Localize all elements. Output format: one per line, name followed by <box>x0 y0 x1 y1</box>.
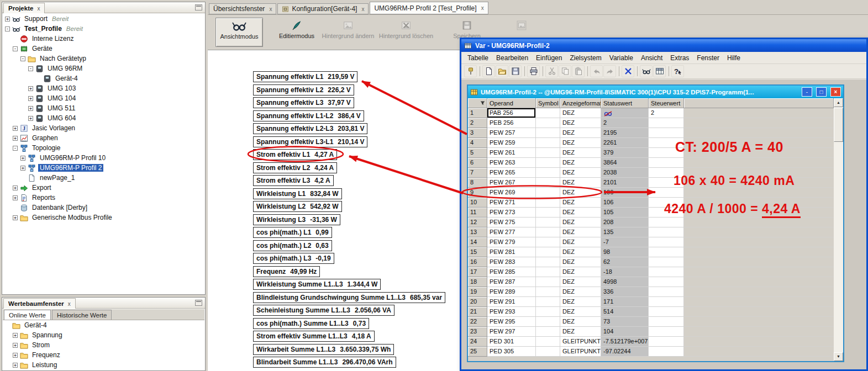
cell-operand[interactable]: PED 301 <box>487 337 536 347</box>
cell-status[interactable]: 2195 <box>601 128 649 138</box>
cell-format[interactable]: DEZ <box>560 158 601 168</box>
cell-symbol[interactable] <box>536 227 560 237</box>
cell-steuer[interactable] <box>649 267 684 277</box>
tree-item-nach-gerätetyp[interactable]: Nach Gerätetyp <box>38 55 88 62</box>
cell-status[interactable]: 73 <box>601 317 649 327</box>
menu-fenster[interactable]: Fenster <box>693 53 723 63</box>
cell-status[interactable]: 106 <box>601 198 649 208</box>
cell-status[interactable]: 4998 <box>601 277 649 287</box>
cell-steuer[interactable] <box>649 227 684 237</box>
tab-historische-werte[interactable]: Historische Werte <box>52 310 112 320</box>
close-button[interactable]: × <box>830 87 841 97</box>
cell-operand[interactable]: PEB 256 <box>487 118 536 128</box>
vat-titlebar[interactable]: UMG96RM-Profil-2 -- @UMG96-RM-Profil-8\S… <box>468 86 843 98</box>
cell-steuer[interactable] <box>649 247 684 257</box>
cell-status[interactable] <box>601 108 649 118</box>
menu-variable[interactable]: Variable <box>606 53 637 63</box>
cell-status[interactable]: 106 <box>601 188 649 198</box>
tab-close-icon[interactable]: x <box>269 6 272 12</box>
cell-operand[interactable]: PEW 257 <box>487 128 536 138</box>
row-number[interactable]: 6 <box>468 158 487 168</box>
help-button[interactable] <box>671 65 684 77</box>
value-box-spannung-effektiv-l1-l2[interactable]: Spannung effektiv L1-L2386,4 V <box>253 110 364 121</box>
tree-item-leistung[interactable]: Leistung <box>30 361 59 369</box>
delete-button[interactable] <box>622 65 634 77</box>
cell-steuer[interactable] <box>649 277 684 287</box>
value-box-strom-effektiv-summe-l1-l3[interactable]: Strom effektiv Summe L1..L34,18 A <box>253 331 375 342</box>
cell-status[interactable]: 514 <box>601 307 649 317</box>
panel-window-icon[interactable] <box>195 300 202 306</box>
panel-window-icon[interactable] <box>195 4 202 10</box>
open-button[interactable] <box>496 65 508 77</box>
cell-format[interactable]: DEZ <box>560 188 601 198</box>
row-number[interactable]: 2 <box>468 118 487 128</box>
cell-status[interactable]: 104 <box>601 327 649 337</box>
cell-symbol[interactable] <box>536 237 560 247</box>
modify-button[interactable] <box>653 65 666 77</box>
cell-format[interactable]: DEZ <box>560 128 601 138</box>
cell-format[interactable]: DEZ <box>560 178 601 188</box>
expander-minus-icon[interactable]: - <box>13 46 18 51</box>
cell-symbol[interactable] <box>536 297 560 307</box>
expander-minus-icon[interactable]: - <box>13 146 18 151</box>
tree-item-graphen[interactable]: Graphen <box>30 134 60 142</box>
tree-item-umg-104[interactable]: UMG 104 <box>46 94 77 102</box>
cell-format[interactable]: DEZ <box>560 227 601 237</box>
cell-status[interactable]: 2261 <box>601 138 649 148</box>
cell-operand[interactable]: PEW 293 <box>487 307 536 317</box>
tree-item-frequenz[interactable]: Frequenz <box>30 351 62 359</box>
cell-symbol[interactable] <box>536 108 560 118</box>
cell-operand[interactable]: PEW 273 <box>487 208 536 218</box>
cell-steuer[interactable] <box>649 168 684 178</box>
value-box-wirkleistung-l1[interactable]: Wirkleistung L1832,84 W <box>253 188 342 199</box>
copy-button[interactable] <box>559 65 571 77</box>
tree-item-geräte[interactable]: Geräte <box>30 45 54 52</box>
tab-umg96rm-p-profil-2-test-profile[interactable]: UMG96RM-P Profil 2 [Test_Profile]x <box>370 2 488 14</box>
value-box-strom-effektiv-l2[interactable]: Strom effektiv L24,24 A <box>253 162 337 173</box>
cell-steuer[interactable] <box>649 347 684 357</box>
scroll-down-icon[interactable]: ▼ <box>834 352 843 361</box>
tree-item-interne-lizenz[interactable]: Interne Lizenz <box>30 35 75 43</box>
cell-status[interactable]: 171 <box>601 297 649 307</box>
tree-item-umg96rm-p-profil-10[interactable]: UMG96RM-P Profil 10 <box>38 154 107 162</box>
cell-status[interactable]: -97.02244 <box>601 347 649 357</box>
cell-steuer[interactable] <box>649 307 684 317</box>
expander-plus-icon[interactable]: + <box>13 333 18 338</box>
row-number[interactable]: 9 <box>468 188 487 198</box>
value-box-frequenz[interactable]: Frequenz49,99 Hz <box>253 266 320 277</box>
cell-symbol[interactable] <box>536 158 560 168</box>
row-number[interactable]: 20 <box>468 297 487 307</box>
paste-button[interactable] <box>572 65 585 77</box>
cell-steuer[interactable] <box>649 158 684 168</box>
cell-operand[interactable]: PEW 275 <box>487 218 536 227</box>
cell-operand[interactable]: PEW 263 <box>487 158 536 168</box>
value-box-wirkarbeit-summe-l1-l3[interactable]: Wirkarbeit Summe L1..L33.650.339,75 Wh <box>253 344 394 355</box>
cell-operand[interactable]: PEW 283 <box>487 257 536 267</box>
expander-minus-icon[interactable]: - <box>28 66 33 71</box>
value-box-spannung-effektiv-l2[interactable]: Spannung effektiv L2226,2 V <box>253 84 354 96</box>
row-number[interactable]: 23 <box>468 327 487 337</box>
cell-operand[interactable]: PEW 261 <box>487 148 536 158</box>
expander-plus-icon[interactable]: + <box>28 96 33 101</box>
tree-item-spannung[interactable]: Spannung <box>30 331 64 339</box>
row-number[interactable]: 5 <box>468 148 487 158</box>
cell-symbol[interactable] <box>536 307 560 317</box>
tree-item-newpage-1[interactable]: newPage_1 <box>38 174 76 182</box>
expander-plus-icon[interactable]: + <box>28 106 33 111</box>
row-number[interactable]: 18 <box>468 277 487 287</box>
cell-symbol[interactable] <box>536 347 560 357</box>
tab-konfiguration-gerät-4[interactable]: Konfiguration[Gerät-4]x <box>277 3 369 14</box>
menu-einfügen[interactable]: Einfügen <box>532 53 566 63</box>
save-button[interactable] <box>509 65 522 77</box>
cell-format[interactable]: DEZ <box>560 218 601 227</box>
cell-symbol[interactable] <box>536 168 560 178</box>
cell-symbol[interactable] <box>536 337 560 347</box>
cell-symbol[interactable] <box>536 198 560 208</box>
expander-plus-icon[interactable]: + <box>20 166 25 171</box>
cell-format[interactable]: DEZ <box>560 108 601 118</box>
expander-plus-icon[interactable]: + <box>13 126 18 131</box>
cell-format[interactable]: DEZ <box>560 277 601 287</box>
close-icon[interactable]: x <box>37 6 40 12</box>
cell-format[interactable]: DEZ <box>560 257 601 267</box>
value-box-strom-effektiv-l1[interactable]: Strom effektiv L14,27 A <box>253 149 337 160</box>
